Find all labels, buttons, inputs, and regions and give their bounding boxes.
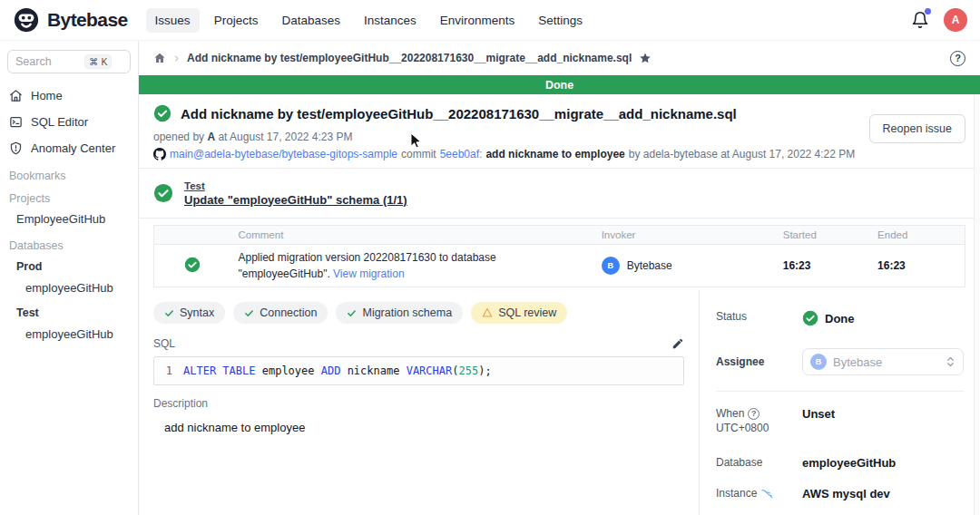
vcs-commit-line: main@adela-bytebase/bytebase-gitops-samp… [153, 148, 965, 160]
sidebar-section-databases: Databases [7, 231, 131, 254]
navbar-right: A [911, 8, 967, 32]
top-navbar: Bytebase Issues Projects Databases Insta… [0, 0, 980, 41]
github-icon [153, 148, 166, 160]
check-syntax[interactable]: Syntax [153, 302, 225, 324]
status-column-header [154, 226, 231, 245]
check-migration-schema[interactable]: Migration schema [336, 302, 463, 324]
breadcrumb-issue-title: Add nickname by test/employeeGitHub__202… [187, 52, 632, 64]
stage-section: Test Update "employeeGitHub" schema (1/1… [139, 169, 980, 219]
line-number: 1 [162, 364, 172, 377]
sidebar-db-prod-employeegithub[interactable]: employeeGitHub [7, 276, 131, 300]
ended-column-header: Ended [870, 226, 965, 245]
mysql-dolphin-icon [760, 488, 773, 499]
nav-databases[interactable]: Databases [272, 8, 349, 33]
nav-settings[interactable]: Settings [529, 8, 592, 33]
assignee-select[interactable]: B Bytebase [802, 348, 964, 375]
issue-status-banner: Done [139, 75, 980, 94]
sidebar-item-home[interactable]: Home [7, 83, 131, 109]
check-pass-icon [244, 308, 254, 318]
check-pass-icon [164, 308, 174, 318]
user-avatar[interactable]: A [944, 8, 967, 32]
sidebar-project-employeegithub[interactable]: EmployeeGitHub [7, 207, 131, 231]
favorite-star-icon[interactable] [639, 52, 652, 64]
issue-title: Add nickname by test/employeeGitHub__202… [181, 106, 737, 121]
ended-time: 16:23 [870, 245, 965, 287]
invoker: B Bytebase [602, 257, 769, 275]
when-value: Unset [802, 407, 835, 421]
comment-column-header: Comment [231, 226, 594, 245]
nav-issues[interactable]: Issues [146, 8, 200, 33]
vcs-branch-repo-link[interactable]: main@adela-bytebase/bytebase-gitops-samp… [170, 148, 397, 160]
started-column-header: Started [776, 226, 870, 245]
notification-bell-icon[interactable] [911, 11, 929, 29]
panel-divider [716, 391, 964, 392]
sidebar-section-projects: Projects [7, 184, 131, 207]
search-input[interactable] [15, 55, 81, 68]
sidebar-item-label: Anomaly Center [31, 141, 115, 155]
sidebar-item-anomaly-center[interactable]: Anomaly Center [7, 135, 131, 161]
migration-comment: Applied migration version 202208171630 t… [239, 249, 538, 282]
activity-header-row: Comment Invoker Started Ended [154, 226, 965, 245]
nav-instances[interactable]: Instances [355, 8, 426, 33]
commit-message: add nickname to employee [485, 148, 624, 160]
sidebar-item-label: SQL Editor [31, 115, 88, 129]
notification-dot [925, 8, 931, 15]
breadcrumb-home-icon[interactable] [153, 52, 166, 64]
status-value: Done [802, 310, 855, 326]
sidebar-env-test[interactable]: Test [7, 300, 131, 322]
instance-label: Instance [716, 487, 802, 500]
sidebar-section-bookmarks: Bookmarks [7, 161, 131, 184]
view-migration-link[interactable]: View migration [333, 267, 404, 280]
task-checks: Syntax Connection Migration schema SQL r… [153, 302, 684, 324]
brand-name: Bytebase [47, 9, 128, 31]
task-detail-panel: Syntax Connection Migration schema SQL r… [139, 290, 699, 515]
when-help-icon[interactable]: ? [748, 408, 760, 420]
bytebase-logo-icon [13, 6, 40, 34]
chevron-up-down-icon [946, 355, 956, 368]
reopen-issue-button[interactable]: Reopen issue [869, 114, 965, 143]
issue-header: Add nickname by test/employeeGitHub__202… [139, 94, 980, 169]
sidebar-nav: Home SQL Editor Anomaly Center [7, 83, 131, 161]
sql-label: SQL [153, 337, 175, 350]
when-timezone: UTC+0800 [716, 422, 769, 434]
warning-triangle-icon [482, 307, 493, 318]
issue-detail: Add nickname by test/employeeGitHub__202… [139, 94, 980, 515]
check-sql-review[interactable]: SQL review [471, 302, 567, 324]
invoker-avatar: B [602, 257, 620, 275]
nav-projects[interactable]: Projects [205, 8, 268, 33]
stage-environment-link[interactable]: Test [184, 180, 407, 191]
breadcrumb: Add nickname by test/employeeGitHub__202… [139, 41, 980, 75]
brand-logo[interactable]: Bytebase [13, 6, 128, 34]
nav-environments[interactable]: Environments [431, 8, 524, 33]
sql-statement: ALTER TABLE employee ADD nickname VARCHA… [183, 364, 492, 377]
assignee-label: Assignee [716, 355, 802, 368]
instance-value[interactable]: AWS mysql dev [802, 487, 890, 500]
sidebar-db-test-employeegithub[interactable]: employeeGitHub [7, 322, 131, 346]
search-box[interactable]: ⌘ K [7, 50, 131, 73]
issue-properties-panel: Status Done Assignee B Bytebase [699, 290, 980, 515]
sql-code-block: 1 ALTER TABLE employee ADD nickname VARC… [153, 356, 684, 385]
invoker-name: Bytebase [627, 259, 672, 272]
check-connection[interactable]: Connection [233, 302, 328, 324]
activity-table: Comment Invoker Started Ended Applied mi… [153, 225, 965, 287]
bytebase-app: Bytebase Issues Projects Databases Insta… [0, 0, 980, 515]
row-success-check-icon [184, 257, 201, 273]
database-value[interactable]: employeeGitHub [802, 456, 896, 470]
assignee-avatar: B [810, 354, 827, 370]
edit-pencil-icon[interactable] [671, 337, 684, 350]
activity-table-section: Comment Invoker Started Ended Applied mi… [139, 219, 980, 290]
breadcrumb-separator-icon [172, 54, 181, 63]
stage-done-check-icon [153, 183, 173, 203]
stage-task-link[interactable]: Update "employeeGitHub" schema (1/1) [184, 193, 407, 207]
check-pass-icon [347, 308, 357, 318]
database-label: Database [716, 456, 802, 469]
sidebar-env-prod[interactable]: Prod [7, 254, 131, 276]
home-icon [9, 89, 23, 102]
commit-hash-link[interactable]: 5eeb0af: [440, 148, 483, 160]
help-icon[interactable]: ? [950, 51, 965, 66]
sidebar-item-sql-editor[interactable]: SQL Editor [7, 109, 131, 135]
description-text: add nickname to employee [164, 421, 684, 434]
lower-split: Syntax Connection Migration schema SQL r… [139, 290, 980, 515]
status-done-check-icon [802, 310, 818, 326]
scrollbar[interactable] [974, 94, 980, 515]
